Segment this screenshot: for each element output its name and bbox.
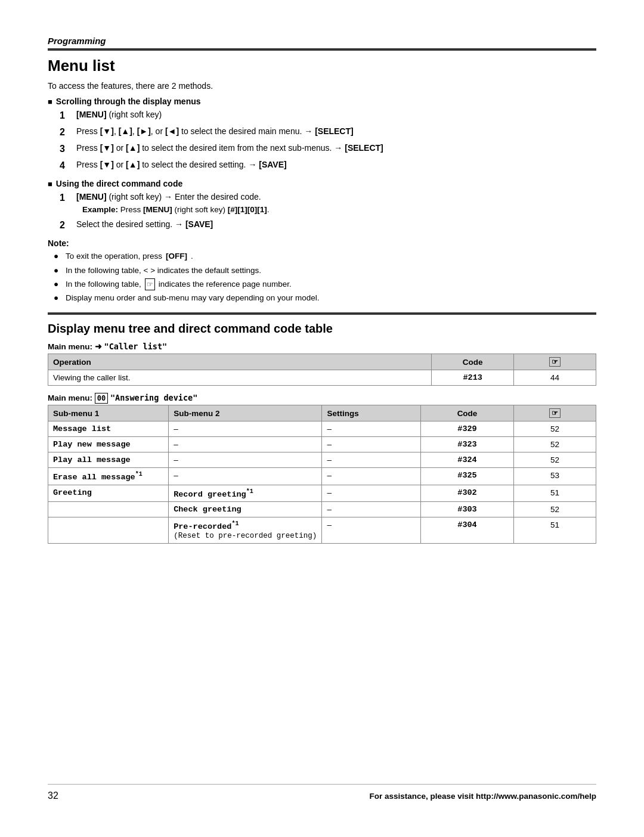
cell-sub2: Pre-recorded*1(Reset to pre-recorded gre… [169, 517, 322, 544]
cell-ref: 53 [514, 468, 596, 485]
list-item: 1 [MENU] (right soft key) [60, 108, 596, 123]
thick-divider-2 [48, 312, 596, 315]
cell-sub1: Message list [48, 421, 169, 437]
cell-sub2: – [169, 437, 322, 452]
col-code: Code [420, 405, 513, 421]
cell-settings: – [322, 485, 420, 502]
cell-ref: 52 [514, 437, 596, 452]
table-row: Pre-recorded*1(Reset to pre-recorded gre… [48, 517, 596, 544]
table-section-heading: Display menu tree and direct command cod… [48, 322, 596, 336]
list-item: 4 Press [▼] or [▲] to select the desired… [60, 159, 596, 173]
cell-settings: – [322, 437, 420, 452]
footer: 32 For assistance, please visit http://w… [48, 790, 596, 801]
table-row: Play new message – – #323 52 [48, 437, 596, 452]
cell-sub2: Check greeting [169, 502, 322, 517]
table-row: Erase all message*1 – – #325 53 [48, 468, 596, 485]
cell-sub1: Play new message [48, 437, 169, 452]
note-label: Note: [48, 238, 69, 248]
cell-sub1: Play all message [48, 452, 169, 468]
footer-help-text: For assistance, please visit http://www.… [369, 792, 596, 801]
col-ref: ☞ [514, 405, 596, 421]
note-list: To exit the operation, press [OFF]. In t… [54, 250, 596, 304]
cell-sub2: – [169, 468, 322, 485]
caller-list-menu-label: Main menu: ➜ "Caller list" [48, 342, 596, 351]
table-row: Check greeting – #303 52 [48, 502, 596, 517]
table-row: Message list – – #329 52 [48, 421, 596, 437]
table-row: Greeting Record greeting*1 – #302 51 [48, 485, 596, 502]
page-number: 32 [48, 790, 58, 801]
cell-sub2: Record greeting*1 [169, 485, 322, 502]
cell-code: #324 [420, 452, 513, 468]
cell-code: #213 [432, 370, 514, 386]
list-item: Display menu order and sub-menu may vary… [54, 292, 596, 304]
cell-ref: 52 [514, 452, 596, 468]
list-item: In the following table, ☞ indicates the … [54, 278, 596, 290]
cell-sub1 [48, 502, 169, 517]
list-item: In the following table, < > indicates th… [54, 265, 596, 277]
caller-list-table: Operation Code ☞ Viewing the caller list… [48, 354, 596, 386]
answering-device-menu-label: Main menu: 00 "Answering device" [48, 393, 596, 402]
page-heading: Menu list [48, 57, 596, 75]
col-sub2: Sub-menu 2 [169, 405, 322, 421]
cell-ref: 44 [514, 370, 596, 386]
method2-steps: 1 [MENU] (right soft key) → Enter the de… [60, 191, 596, 232]
col-ref: ☞ [514, 354, 596, 370]
method2-heading: Using the direct command code [48, 179, 596, 188]
cell-ref: 52 [514, 421, 596, 437]
method1-heading: Scrolling through the display menus [48, 97, 596, 106]
cell-ref: 52 [514, 502, 596, 517]
list-item: 3 Press [▼] or [▲] to select the desired… [60, 142, 596, 156]
cell-operation: Viewing the caller list. [48, 370, 432, 386]
cell-sub2: – [169, 452, 322, 468]
method1-steps: 1 [MENU] (right soft key) 2 Press [▼], [… [60, 108, 596, 173]
col-code: Code [432, 354, 514, 370]
cell-settings: – [322, 421, 420, 437]
cell-code: #323 [420, 437, 513, 452]
table-row: Play all message – – #324 52 [48, 452, 596, 468]
cell-code: #303 [420, 502, 513, 517]
table-row: Viewing the caller list. #213 44 [48, 370, 596, 386]
list-item: 1 [MENU] (right soft key) → Enter the de… [60, 191, 596, 216]
col-operation: Operation [48, 354, 432, 370]
cell-code: #329 [420, 421, 513, 437]
list-item: 2 Press [▼], [▲], [►], or [◄] to select … [60, 125, 596, 140]
cell-settings: – [322, 502, 420, 517]
cell-sub2: – [169, 421, 322, 437]
answering-device-table: Sub-menu 1 Sub-menu 2 Settings Code ☞ Me… [48, 405, 596, 544]
col-sub1: Sub-menu 1 [48, 405, 169, 421]
footer-rule [48, 784, 596, 785]
section-title: Programming [48, 36, 596, 46]
list-item: To exit the operation, press [OFF]. [54, 250, 596, 262]
cell-settings: – [322, 517, 420, 544]
list-item: 2 Select the desired setting. → [SAVE] [60, 218, 596, 232]
thick-divider [48, 48, 596, 51]
cell-settings: – [322, 468, 420, 485]
cell-settings: – [322, 452, 420, 468]
col-settings: Settings [322, 405, 420, 421]
intro-text: To access the features, there are 2 meth… [48, 81, 596, 91]
cell-code: #302 [420, 485, 513, 502]
cell-sub1: Greeting [48, 485, 169, 502]
cell-sub1: Erase all message*1 [48, 468, 169, 485]
cell-ref: 51 [514, 517, 596, 544]
cell-code: #304 [420, 517, 513, 544]
cell-sub1 [48, 517, 169, 544]
cell-ref: 51 [514, 485, 596, 502]
cell-code: #325 [420, 468, 513, 485]
note-section: Note: To exit the operation, press [OFF]… [48, 238, 596, 304]
